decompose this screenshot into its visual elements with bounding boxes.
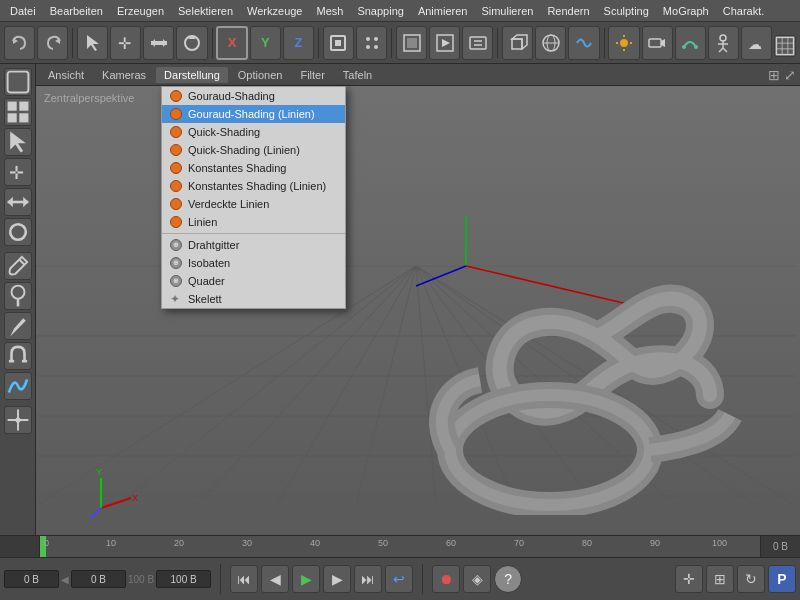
dot-quick-icon (170, 126, 182, 138)
sidebar-select-button[interactable] (4, 128, 32, 156)
menu-sculpting[interactable]: Sculpting (598, 3, 655, 19)
menu-charakt[interactable]: Charakt. (717, 3, 771, 19)
undo-button[interactable] (4, 26, 35, 60)
axis-y-button[interactable]: Y (250, 26, 281, 60)
menu-animieren[interactable]: Animieren (412, 3, 474, 19)
svg-rect-49 (19, 102, 28, 111)
select-tool-button[interactable] (77, 26, 108, 60)
menu-werkzeuge[interactable]: Werkzeuge (241, 3, 308, 19)
menu-quick-lines-label: Quick-Shading (Linien) (188, 144, 300, 156)
menu-snapping[interactable]: Snapping (351, 3, 410, 19)
tab-optionen[interactable]: Optionen (230, 67, 291, 83)
tab-ansicht[interactable]: Ansicht (40, 67, 92, 83)
scale-tool-button[interactable] (143, 26, 174, 60)
svg-line-88 (101, 498, 131, 508)
render-viewport-button[interactable] (429, 26, 460, 60)
move-tool-button[interactable]: ✛ (110, 26, 141, 60)
next-frame-button[interactable]: ▶ (323, 565, 351, 593)
sidebar-move-button[interactable]: ✛ (4, 158, 32, 186)
help-button[interactable]: ? (494, 565, 522, 593)
render-button[interactable] (462, 26, 493, 60)
menu-skelett[interactable]: ✦ Skelett (162, 290, 345, 308)
menu-konstantes-shading[interactable]: Konstantes Shading (162, 159, 345, 177)
menu-mesh[interactable]: Mesh (310, 3, 349, 19)
menu-verdeckte-linien[interactable]: Verdeckte Linien (162, 195, 345, 213)
menu-linien[interactable]: Linien (162, 213, 345, 231)
rotate-tool-button[interactable] (176, 26, 207, 60)
axis-x-button[interactable]: X (216, 26, 247, 60)
dot-gouraud-icon (170, 90, 182, 102)
tab-filter[interactable]: Filter (292, 67, 332, 83)
timeline-ruler[interactable]: 0 10 20 30 40 50 60 70 80 90 100 (40, 536, 760, 558)
redo-button[interactable] (37, 26, 68, 60)
cube-button[interactable] (502, 26, 533, 60)
keyframe-button[interactable]: ◈ (463, 565, 491, 593)
record-button[interactable]: ⏺ (432, 565, 460, 593)
light-button[interactable] (608, 26, 639, 60)
current-frame-field[interactable] (4, 570, 59, 588)
tab-darstellung[interactable]: Darstellung (156, 67, 228, 83)
menu-erzeugen[interactable]: Erzeugen (111, 3, 170, 19)
point-mode-button[interactable] (356, 26, 387, 60)
sidebar-scale-button[interactable] (4, 188, 32, 216)
menu-gouraud-lines-label: Gouraud-Shading (Linien) (188, 108, 315, 120)
sidebar-mode2-button[interactable] (4, 98, 32, 126)
menu-isobaten[interactable]: ⊕ Isobaten (162, 254, 345, 272)
sidebar-mode1-button[interactable] (4, 68, 32, 96)
sidebar-rotate-button[interactable] (4, 218, 32, 246)
play-button[interactable]: ▶ (292, 565, 320, 593)
menu-konstantes-lines[interactable]: Konstantes Shading (Linien) (162, 177, 345, 195)
sidebar-brush-button[interactable] (4, 252, 32, 280)
move-icon-button[interactable]: ✛ (675, 565, 703, 593)
menu-quick-shading[interactable]: Quick-Shading (162, 123, 345, 141)
svg-rect-51 (19, 113, 28, 122)
frame-icon-button[interactable]: ⊞ (706, 565, 734, 593)
camera-button[interactable] (642, 26, 673, 60)
goto-start-button[interactable]: ⏮ (230, 565, 258, 593)
menu-rendern[interactable]: Rendern (541, 3, 595, 19)
viewport[interactable]: Zentralperspektive (36, 86, 800, 535)
sidebar-magnet-button[interactable] (4, 342, 32, 370)
menu-bearbeiten[interactable]: Bearbeiten (44, 3, 109, 19)
svg-line-75 (416, 266, 756, 506)
svg-line-76 (416, 266, 796, 506)
end-frame-field[interactable] (156, 570, 211, 588)
environment-button[interactable]: ☁ (741, 26, 772, 60)
sphere-button[interactable] (535, 26, 566, 60)
fullscreen-icon[interactable]: ⤢ (784, 67, 796, 83)
sidebar-knife-button[interactable] (4, 312, 32, 340)
deformer-button[interactable] (675, 26, 706, 60)
sidebar-paint-button[interactable] (4, 282, 32, 310)
axis-z-button[interactable]: Z (283, 26, 314, 60)
menu-datei[interactable]: Datei (4, 3, 42, 19)
loop-button[interactable]: ↩ (385, 565, 413, 593)
start-frame-field[interactable] (71, 570, 126, 588)
separator-2 (212, 28, 213, 58)
viewport-canvas: Zentralperspektive (36, 86, 800, 535)
tab-tafeln[interactable]: Tafeln (335, 67, 380, 83)
timeline-end: 0 B (760, 536, 800, 558)
expand-icon[interactable]: ⊞ (768, 67, 780, 83)
sidebar-spline-button[interactable] (4, 372, 32, 400)
menu-drahtgitter[interactable]: ⊕ Drahtgitter (162, 236, 345, 254)
bottom-controls: ◀ 100 B ⏮ ◀ ▶ ▶ ⏭ ↩ ⏺ ◈ ? ✛ ⊞ ↻ P (0, 557, 800, 600)
menu-gouraud-shading[interactable]: Gouraud-Shading (162, 87, 345, 105)
menu-simulieren[interactable]: Simulieren (475, 3, 539, 19)
svg-line-39 (719, 48, 723, 52)
sidebar-axis-button[interactable] (4, 406, 32, 434)
goto-end-button[interactable]: ⏭ (354, 565, 382, 593)
nurbs-button[interactable] (568, 26, 599, 60)
parking-button[interactable]: P (768, 565, 796, 593)
loop-icon-button[interactable]: ↻ (737, 565, 765, 593)
render-region-button[interactable] (396, 26, 427, 60)
menu-gouraud-lines[interactable]: Gouraud-Shading (Linien) (162, 105, 345, 123)
prev-frame-button[interactable]: ◀ (261, 565, 289, 593)
menu-quick-lines[interactable]: Quick-Shading (Linien) (162, 141, 345, 159)
menu-selektieren[interactable]: Selektieren (172, 3, 239, 19)
menu-mograph[interactable]: MoGraph (657, 3, 715, 19)
tab-kameras[interactable]: Kameras (94, 67, 154, 83)
object-mode-button[interactable] (323, 26, 354, 60)
character-button[interactable] (708, 26, 739, 60)
menu-quader[interactable]: ⊕ Quader (162, 272, 345, 290)
grid-button[interactable] (774, 35, 796, 57)
